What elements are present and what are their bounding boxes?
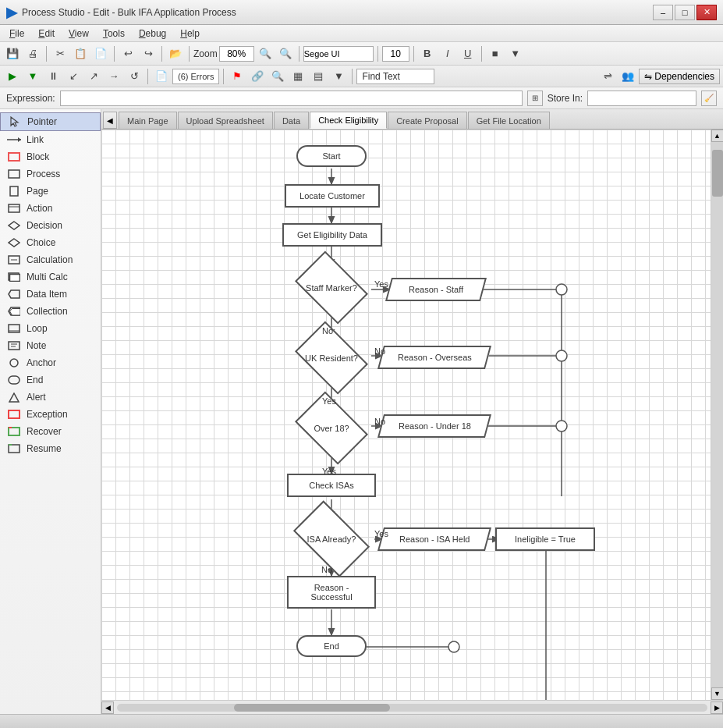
scroll-right-button[interactable]: ▶ <box>711 701 723 714</box>
sidebar-item-end[interactable]: End <box>0 371 101 389</box>
node-staff-marker[interactable]: Staff Marker? <box>289 266 374 309</box>
color-dropdown-button[interactable]: ▼ <box>506 45 525 62</box>
menu-view[interactable]: View <box>62 27 95 41</box>
menu-help[interactable]: Help <box>174 27 206 41</box>
compare-btn[interactable]: ⇌ <box>598 68 617 85</box>
store-in-input[interactable] <box>587 91 696 106</box>
menu-tools[interactable]: Tools <box>97 27 131 41</box>
zoom-out-button[interactable]: 🔍 <box>256 45 275 62</box>
tab-left-arrow[interactable]: ◀ <box>103 112 117 129</box>
menu-edit[interactable]: Edit <box>32 27 61 41</box>
zoom-in-button[interactable]: 🔍 <box>276 45 295 62</box>
step-over-button[interactable]: → <box>105 68 123 85</box>
paste-button[interactable]: 📄 <box>91 45 110 62</box>
scroll-down-button[interactable]: ▼ <box>711 687 724 700</box>
scroll-thumb[interactable] <box>712 150 723 197</box>
sidebar-item-calculation[interactable]: Calculation <box>0 251 101 268</box>
errors-badge[interactable]: (6) Errors <box>172 69 219 84</box>
canvas[interactable]: Start Locate Customer Get Eligibility Da… <box>101 130 711 700</box>
sidebar-item-anchor[interactable]: Anchor <box>0 354 101 371</box>
store-in-eraser-btn[interactable]: 🧹 <box>701 91 717 106</box>
layout-btn[interactable]: ▤ <box>309 68 328 85</box>
step-in-button[interactable]: ↙ <box>64 68 83 85</box>
sidebar-item-note[interactable]: Note <box>0 337 101 354</box>
sidebar-item-loop[interactable]: Loop <box>0 320 101 337</box>
sidebar-item-collection[interactable]: Collection <box>0 303 101 320</box>
refresh-button[interactable]: ↺ <box>125 68 144 85</box>
cut-button[interactable]: ✂ <box>51 45 69 62</box>
h-scroll-thumb[interactable] <box>234 704 390 712</box>
sidebar-item-multi-calc[interactable]: Multi Calc <box>0 268 101 286</box>
minimize-button[interactable]: – <box>653 5 673 20</box>
step-out-button[interactable]: ↗ <box>84 68 103 85</box>
scroll-left-button[interactable]: ◀ <box>101 701 114 714</box>
menu-file[interactable]: File <box>3 27 30 41</box>
tab-main-page[interactable]: Main Page <box>119 112 177 129</box>
tab-upload-spreadsheet[interactable]: Upload Spreadsheet <box>178 112 273 129</box>
sidebar-item-resume[interactable]: Resume <box>0 440 101 457</box>
node-ineligible-true[interactable]: Ineligible = True <box>495 527 595 551</box>
node-end[interactable]: End <box>296 635 367 657</box>
undo-button[interactable]: ↩ <box>119 45 137 62</box>
node-reason-overseas[interactable]: Reason - Overseas <box>381 346 488 369</box>
italic-button[interactable]: I <box>438 45 457 62</box>
scroll-up-button[interactable]: ▲ <box>711 130 724 142</box>
open-button[interactable]: 📂 <box>166 45 185 62</box>
node-reason-under-18[interactable]: Reason - Under 18 <box>381 414 488 438</box>
expression-input[interactable] <box>60 91 523 106</box>
node-uk-resident[interactable]: UK Resident? <box>289 336 374 379</box>
node-locate-customer[interactable]: Locate Customer <box>285 184 380 208</box>
layout-dropdown[interactable]: ▼ <box>329 68 348 85</box>
tab-data[interactable]: Data <box>274 112 309 129</box>
sidebar-item-pointer[interactable]: Pointer <box>0 112 101 131</box>
node-check-isas[interactable]: Check ISAs <box>287 474 376 497</box>
copy-button[interactable]: 📋 <box>71 45 90 62</box>
maximize-button[interactable]: □ <box>675 5 695 20</box>
search-btn[interactable]: 🔍 <box>268 68 287 85</box>
grid-btn[interactable]: ▦ <box>289 68 307 85</box>
sidebar-item-exception[interactable]: Exception <box>0 406 101 423</box>
sidebar-item-link[interactable]: Link <box>0 131 101 148</box>
close-button[interactable]: ✕ <box>696 5 717 20</box>
sidebar-item-recover[interactable]: Recover <box>0 423 101 440</box>
pause-button[interactable]: ⏸ <box>44 68 62 85</box>
users-btn[interactable]: 👥 <box>618 68 637 85</box>
sidebar-item-alert[interactable]: Alert <box>0 389 101 406</box>
sidebar-item-decision[interactable]: Decision <box>0 217 101 234</box>
node-start[interactable]: Start <box>296 145 367 167</box>
bold-button[interactable]: B <box>418 45 437 62</box>
menu-debug[interactable]: Debug <box>133 27 172 41</box>
color-button[interactable]: ■ <box>486 45 505 62</box>
sidebar-item-page[interactable]: Page <box>0 183 101 200</box>
zoom-input[interactable] <box>219 46 254 62</box>
sidebar-item-process[interactable]: Process <box>0 165 101 183</box>
print-button[interactable]: 🖨 <box>23 45 42 62</box>
node-over-18[interactable]: Over 18? <box>289 407 374 449</box>
find-text-box[interactable]: Find Text <box>356 69 434 84</box>
underline-button[interactable]: U <box>459 45 477 62</box>
sidebar-item-data-item[interactable]: Data Item <box>0 286 101 303</box>
save-button[interactable]: 💾 <box>3 45 22 62</box>
sidebar-item-block[interactable]: Block <box>0 148 101 165</box>
node-reason-successful[interactable]: Reason - Successful <box>287 576 376 609</box>
link-btn[interactable]: 🔗 <box>248 68 267 85</box>
font-name-input[interactable] <box>303 46 374 62</box>
run-button[interactable]: ▶ <box>3 68 22 85</box>
dependencies-button[interactable]: ⇋ Dependencies <box>639 69 720 84</box>
node-get-eligibility-data[interactable]: Get Eligibility Data <box>282 223 382 247</box>
expression-calc-btn[interactable]: ⊞ <box>527 91 543 106</box>
node-reason-isa-held[interactable]: Reason - ISA Held <box>381 527 488 551</box>
sidebar-label-calculation: Calculation <box>27 254 73 265</box>
page-btn[interactable]: 📄 <box>152 68 171 85</box>
node-reason-staff[interactable]: Reason - Staff <box>388 278 484 301</box>
font-size-input[interactable] <box>382 46 409 62</box>
sidebar-item-choice[interactable]: Choice <box>0 234 101 251</box>
node-isa-already[interactable]: ISA Already? <box>285 517 377 560</box>
tab-check-eligibility[interactable]: Check Eligibility <box>310 112 387 129</box>
tab-create-proposal[interactable]: Create Proposal <box>388 112 467 129</box>
run-dropdown[interactable]: ▼ <box>23 68 42 85</box>
tab-get-file-location[interactable]: Get File Location <box>468 112 550 129</box>
redo-button[interactable]: ↪ <box>139 45 158 62</box>
sidebar-item-action[interactable]: Action <box>0 200 101 217</box>
breakpoint-btn[interactable]: ⚑ <box>228 68 246 85</box>
